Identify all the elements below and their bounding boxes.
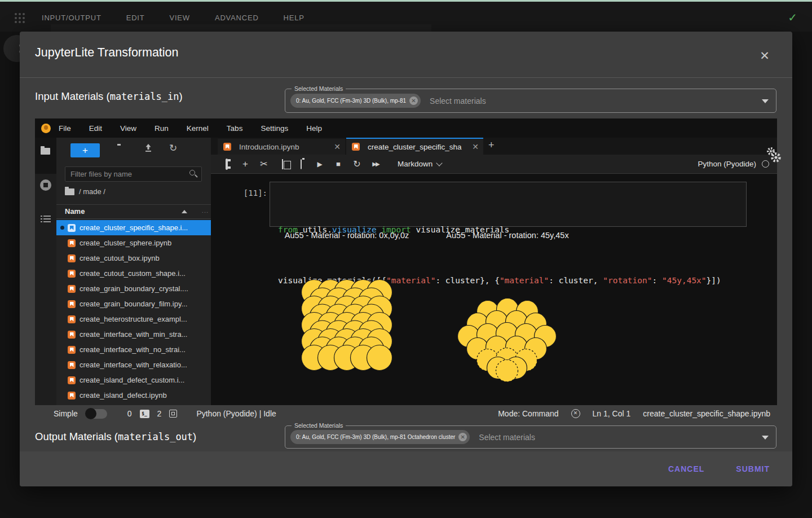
code-cell[interactable]: from utils.visualize import visualize_ma…: [270, 182, 747, 227]
menu-item-kernel[interactable]: Kernel: [187, 124, 209, 133]
run-cell-icon[interactable]: ▶: [314, 160, 325, 168]
tab-introduction[interactable]: Introduction.ipynb ✕: [218, 139, 345, 155]
simple-mode-toggle[interactable]: [86, 409, 107, 419]
notebook-file-icon: [68, 392, 76, 400]
add-cell-icon[interactable]: +: [240, 159, 251, 170]
copy-cell-icon[interactable]: [277, 160, 288, 169]
file-row[interactable]: create_island_defect_custom.i...: [56, 372, 211, 388]
file-row[interactable]: create_cutout_custom_shape.i...: [56, 266, 211, 281]
menu-item-edit[interactable]: EDIT: [126, 14, 145, 22]
running-kernels-icon[interactable]: [40, 179, 51, 191]
chevron-down-icon[interactable]: [762, 99, 769, 103]
mode-indicator[interactable]: Mode: Command: [498, 409, 558, 418]
upload-icon[interactable]: [144, 143, 153, 155]
file-name: create_interface_with_min_stra...: [80, 330, 187, 339]
more-columns-icon[interactable]: ...: [202, 207, 209, 214]
simple-mode-label: Simple: [54, 409, 78, 418]
file-row[interactable]: create_grain_boundary_film.ipy...: [56, 296, 211, 311]
chevron-down-icon: [436, 160, 443, 166]
menu-item-input-output[interactable]: INPUT/OUTPUT: [42, 14, 102, 22]
restart-kernel-icon[interactable]: ↻: [351, 159, 363, 169]
jupyter-menubar: FileEditViewRunKernelTabsSettingsHelp: [35, 118, 777, 138]
file-row[interactable]: create_cluster_specific_shape.i...: [56, 220, 211, 235]
submit-button[interactable]: SUBMIT: [726, 460, 780, 478]
file-row[interactable]: create_cutout_box.ipynb: [56, 251, 211, 266]
file-list: create_cluster_specific_shape.i...create…: [56, 220, 211, 403]
close-tab-icon[interactable]: ✕: [472, 142, 479, 151]
menu-item-tabs[interactable]: Tabs: [227, 124, 243, 133]
restart-run-all-icon[interactable]: ▶▶: [370, 161, 381, 167]
menu-item-view[interactable]: VIEW: [169, 14, 189, 22]
menu-item-run[interactable]: Run: [155, 124, 169, 133]
close-icon[interactable]: ✕: [757, 49, 772, 63]
chevron-down-icon[interactable]: [762, 436, 769, 440]
menu-item-advanced[interactable]: ADVANCED: [215, 14, 259, 22]
menu-item-edit[interactable]: Edit: [89, 124, 102, 133]
save-icon[interactable]: [221, 160, 232, 169]
input-materials-select[interactable]: Selected Materials 0: Au, Gold, FCC (Fm-…: [285, 89, 776, 113]
chip-remove-icon[interactable]: ✕: [409, 96, 418, 105]
select-placeholder: Select materials: [479, 433, 535, 442]
jupyterlite-panel: FileEditViewRunKernelTabsSettingsHelp + …: [35, 118, 777, 405]
select-placeholder: Select materials: [430, 96, 486, 106]
cut-cell-icon[interactable]: ✂: [258, 159, 270, 169]
stop-kernel-icon[interactable]: ■: [333, 160, 344, 168]
active-filename: create_cluster_specific_shape.ipynb: [643, 409, 770, 418]
output-materials-select[interactable]: Selected Materials 0: Au, Gold, FCC (Fm-…: [285, 425, 776, 449]
file-name: create_interface_with_no_strai...: [80, 345, 186, 354]
notebook-file-icon: [68, 315, 76, 323]
new-tab-icon[interactable]: +: [488, 139, 495, 151]
close-tab-icon[interactable]: ✕: [334, 142, 341, 151]
cell-prompt: [11]:: [217, 188, 267, 197]
menu-item-help[interactable]: Help: [306, 124, 322, 133]
file-name: create_grain_boundary_crystal....: [80, 284, 188, 293]
dialog-title: JupyterLite Transformation: [35, 46, 179, 60]
file-list-header[interactable]: Name ...: [56, 204, 211, 219]
trust-indicator-icon[interactable]: ✕: [571, 409, 580, 418]
check-icon: ✓: [788, 11, 797, 24]
cancel-button[interactable]: CANCEL: [658, 460, 714, 478]
file-browser-icon[interactable]: [41, 148, 50, 155]
file-name: create_cutout_custom_shape.i...: [80, 269, 186, 278]
menu-item-view[interactable]: View: [120, 124, 136, 133]
menu-item-help[interactable]: HELP: [284, 14, 304, 22]
jupyterlite-transformation-dialog: JupyterLite Transformation ✕ Input Mater…: [20, 32, 792, 486]
file-browser: + ↻ / made / Name ... create_cluster_spe…: [56, 138, 211, 405]
jupyter-sidebar-strip: [35, 138, 56, 405]
kernel-sessions-icon[interactable]: [169, 410, 177, 418]
file-row[interactable]: create_interface_with_min_stra...: [56, 327, 211, 342]
settings-gears-icon[interactable]: [764, 146, 783, 165]
menu-item-file[interactable]: File: [59, 124, 71, 133]
menu-item-settings[interactable]: Settings: [261, 124, 288, 133]
terminal-icon[interactable]: $_: [140, 410, 149, 418]
divider: [20, 77, 792, 78]
chip-remove-icon[interactable]: ✕: [458, 433, 467, 441]
cluster-visualization: [211, 243, 777, 405]
file-row[interactable]: create_island_defect.ipynb: [56, 388, 211, 403]
table-of-contents-icon[interactable]: [41, 216, 51, 223]
file-row[interactable]: create_grain_boundary_crystal....: [56, 281, 211, 296]
file-row[interactable]: create_cluster_sphere.ipynb: [56, 235, 211, 251]
file-name: create_interface_with_relaxatio...: [80, 361, 187, 369]
cursor-position[interactable]: Ln 1, Col 1: [593, 409, 631, 418]
new-launcher-button[interactable]: +: [70, 143, 100, 157]
home-folder-icon[interactable]: [65, 188, 74, 195]
file-row[interactable]: create_interface_with_relaxatio...: [56, 357, 211, 372]
notebook-file-icon: [68, 224, 76, 232]
notebook-file-icon: [68, 346, 76, 354]
refresh-icon[interactable]: ↻: [169, 142, 177, 154]
kernel-status-text: Python (Pyodide) | Idle: [196, 409, 276, 418]
file-name: create_heterostructure_exampl...: [80, 315, 187, 323]
app-grid-icon[interactable]: [15, 13, 25, 23]
sort-ascending-icon[interactable]: [182, 210, 187, 213]
notebook-file-icon: [68, 331, 76, 339]
file-row[interactable]: create_interface_with_no_strai...: [56, 342, 211, 357]
input-materials-label: Input Materials (materials_in): [35, 90, 183, 103]
cell-type-dropdown[interactable]: Markdown: [398, 160, 442, 168]
breadcrumb[interactable]: / made /: [65, 187, 105, 196]
jupyter-menu: FileEditViewRunKernelTabsSettingsHelp: [59, 124, 322, 133]
file-row[interactable]: create_heterostructure_exampl...: [56, 311, 211, 327]
filter-files-input[interactable]: [65, 166, 202, 182]
paste-cell-icon[interactable]: [295, 160, 307, 169]
tab-create-cluster-specific-shape[interactable]: create_cluster_specific_sha ✕: [346, 138, 483, 155]
